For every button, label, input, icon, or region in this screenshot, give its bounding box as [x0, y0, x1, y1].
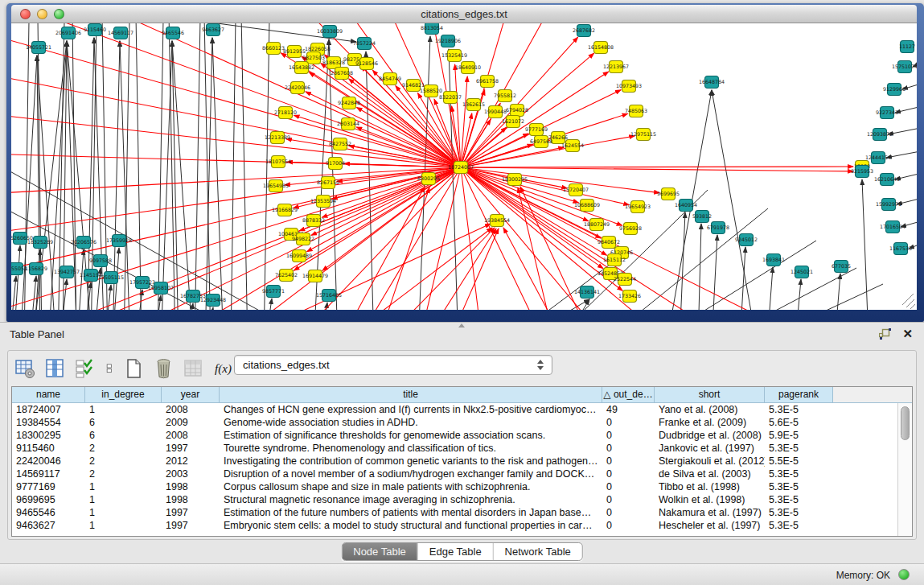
table-cell[interactable]: 9463627: [12, 519, 85, 532]
table-cell[interactable]: 18300295: [12, 429, 85, 442]
new-table-icon[interactable]: [123, 358, 145, 379]
table-cell[interactable]: 1997: [162, 442, 220, 455]
network-graph-svg[interactable]: 1872400786601238912955182260589827503165…: [11, 23, 917, 310]
column-header-out_de[interactable]: △ out_de…: [602, 387, 655, 402]
table-cell[interactable]: 0: [602, 506, 655, 519]
delete-table-icon[interactable]: [153, 358, 175, 379]
table-cell[interactable]: 0: [602, 493, 655, 506]
table-cell[interactable]: 0: [602, 429, 655, 442]
tab-edge-table[interactable]: Edge Table: [417, 543, 493, 560]
column-header-year[interactable]: year: [162, 387, 220, 402]
table-cell[interactable]: Franke et al. (2009): [655, 416, 765, 429]
table-cell[interactable]: 1998: [162, 480, 220, 493]
table-row[interactable]: 2242004622012Investigating the contribut…: [12, 455, 912, 468]
table-cell[interactable]: de Silva et al. (2003): [655, 468, 765, 480]
table-cell[interactable]: 5.3E-5: [765, 468, 833, 480]
table-cell[interactable]: 9777169: [12, 480, 85, 493]
column-header-short[interactable]: short: [655, 387, 765, 402]
table-row[interactable]: 977716911998Corpus callosum shape and si…: [12, 480, 912, 493]
show-columns-icon[interactable]: [44, 358, 66, 379]
table-cell[interactable]: 1997: [162, 506, 220, 519]
table-cell[interactable]: 9465546: [12, 506, 85, 519]
select-columns-icon[interactable]: [74, 358, 96, 379]
table-cell[interactable]: Estimation of the future numbers of pati…: [220, 506, 602, 519]
table-cell[interactable]: Stergiakouli et al. (2012): [655, 455, 765, 468]
resize-grip-icon[interactable]: [910, 304, 915, 309]
table-cell[interactable]: 1998: [162, 493, 220, 506]
table-cell[interactable]: Structural magnetic resonance image aver…: [220, 493, 602, 506]
table-cell[interactable]: 5.3E-5: [765, 493, 833, 506]
table-cell[interactable]: 1: [85, 506, 162, 519]
table-cell[interactable]: 0: [602, 480, 655, 493]
panel-splitter-handle[interactable]: [458, 323, 465, 328]
table-cell[interactable]: 2009: [162, 416, 220, 429]
table-settings-icon[interactable]: [14, 358, 36, 379]
table-cell[interactable]: 22420046: [12, 455, 85, 468]
tab-network-table[interactable]: Network Table: [493, 543, 582, 560]
table-cell[interactable]: 49: [602, 403, 655, 416]
import-table-icon[interactable]: [183, 358, 204, 379]
table-cell[interactable]: Jankovic et al. (1997): [655, 442, 765, 455]
table-cell[interactable]: Yano et al. (2008): [655, 403, 765, 416]
table-cell[interactable]: 0: [602, 442, 655, 455]
table-cell[interactable]: 6: [85, 416, 162, 429]
table-cell[interactable]: 2008: [162, 429, 220, 442]
table-cell[interactable]: 1: [85, 480, 162, 493]
function-builder-icon[interactable]: f(x): [212, 358, 234, 379]
scrollbar-thumb[interactable]: [901, 406, 910, 440]
table-row[interactable]: 946554611997Estimation of the future num…: [12, 506, 912, 519]
table-row[interactable]: 1456911722003Disruption of a novel membe…: [12, 468, 912, 480]
table-cell[interactable]: 0: [602, 468, 655, 480]
close-panel-icon[interactable]: ✕: [902, 327, 913, 341]
table-cell[interactable]: 19384554: [12, 416, 85, 429]
column-header-name[interactable]: name: [12, 387, 85, 402]
column-header-title[interactable]: title: [220, 387, 602, 402]
table-cell[interactable]: 2003: [162, 468, 220, 480]
table-cell[interactable]: 5.9E-5: [765, 429, 833, 442]
table-row[interactable]: 946362711997Embryonic stem cells: a mode…: [12, 519, 912, 532]
table-cell[interactable]: Embryonic stem cells: a model to study s…: [220, 519, 602, 532]
table-cell[interactable]: Dudbridge et al. (2008): [655, 429, 765, 442]
table-cell[interactable]: 9115460: [12, 442, 85, 455]
table-cell[interactable]: 5.6E-5: [765, 416, 833, 429]
table-cell[interactable]: 5.3E-5: [765, 506, 833, 519]
table-cell[interactable]: 1: [85, 493, 162, 506]
table-row[interactable]: 1938455462009Genome-wide association stu…: [12, 416, 912, 429]
tab-node-table[interactable]: Node Table: [342, 543, 417, 560]
table-cell[interactable]: Investigating the contribution of common…: [220, 455, 602, 468]
table-cell[interactable]: Genome-wide association studies in ADHD.: [220, 416, 602, 429]
network-canvas[interactable]: 1872400786601238912955182260589827503165…: [11, 23, 917, 310]
table-cell[interactable]: 5.3E-5: [765, 519, 833, 532]
table-cell[interactable]: Tibbo et al. (1998): [655, 480, 765, 493]
table-row[interactable]: 1872400712008Changes of HCN gene express…: [12, 403, 912, 416]
table-cell[interactable]: Changes of HCN gene expression and I(f) …: [220, 403, 602, 416]
column-header-pagerank[interactable]: pagerank: [765, 387, 833, 402]
table-cell[interactable]: 2: [85, 442, 162, 455]
table-cell[interactable]: 0: [602, 519, 655, 532]
table-cell[interactable]: Wolkin et al. (1998): [655, 493, 765, 506]
table-vertical-scrollbar[interactable]: [897, 403, 912, 536]
table-cell[interactable]: 0: [602, 455, 655, 468]
table-cell[interactable]: 1997: [162, 519, 220, 532]
resize-grip-icon[interactable]: [902, 294, 914, 305]
table-row[interactable]: 1830029562008Estimation of significance …: [12, 429, 912, 442]
table-cell[interactable]: 1: [85, 519, 162, 532]
table-cell[interactable]: 2: [85, 468, 162, 480]
table-cell[interactable]: 2: [85, 455, 162, 468]
table-cell[interactable]: 1: [85, 403, 162, 416]
table-cell[interactable]: Corpus callosum shape and size in male p…: [220, 480, 602, 493]
table-row[interactable]: 969969511998Structural magnetic resonanc…: [12, 493, 912, 506]
network-window[interactable]: citations_edges.txt 18724007866012389129…: [6, 3, 924, 322]
table-cell[interactable]: Hescheler et al. (1997): [655, 519, 765, 532]
table-cell[interactable]: Disruption of a novel member of a sodium…: [220, 468, 602, 480]
table-cell[interactable]: 5.3E-5: [765, 403, 833, 416]
table-cell[interactable]: Nakamura et al. (1997): [655, 506, 765, 519]
table-cell[interactable]: 2008: [162, 403, 220, 416]
table-cell[interactable]: 5.3E-5: [765, 442, 833, 455]
table-cell[interactable]: 0: [602, 416, 655, 429]
window-titlebar[interactable]: citations_edges.txt: [11, 5, 917, 23]
table-row[interactable]: 911546021997Tourette syndrome. Phenomeno…: [12, 442, 912, 455]
float-panel-icon[interactable]: [879, 328, 892, 340]
table-cell[interactable]: 18724007: [12, 403, 85, 416]
column-header-in_degree[interactable]: in_degree: [85, 387, 162, 402]
